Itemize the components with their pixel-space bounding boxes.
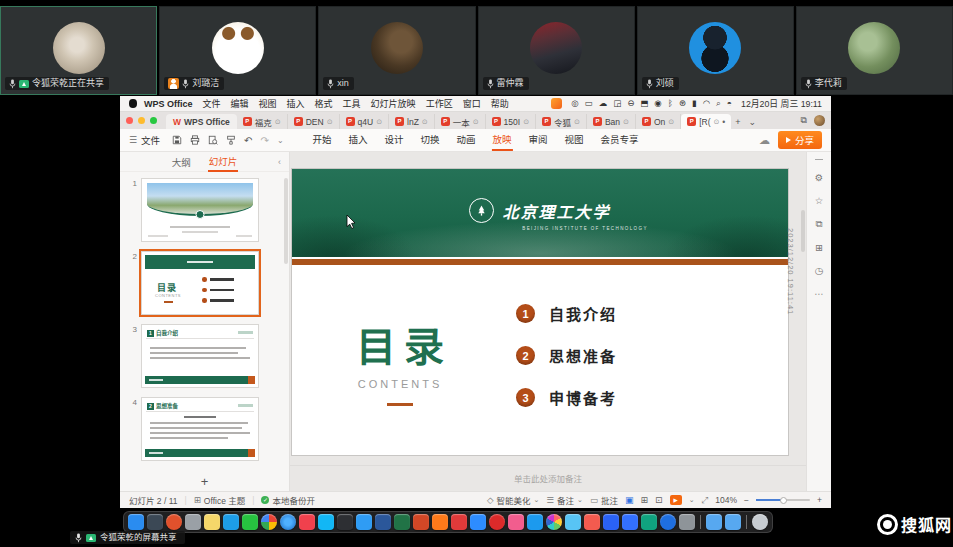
document-tab-福克[interactable]: P福克⊙	[237, 114, 288, 129]
print-icon[interactable]	[190, 135, 200, 145]
dock-app-cloud-docs[interactable]	[641, 514, 657, 530]
dock-app-excel[interactable]	[394, 514, 410, 530]
menu-item-插入[interactable]: 插入	[282, 97, 310, 110]
document-tab-On[interactable]: POn⊙	[636, 114, 681, 129]
display-icon[interactable]: ▭	[585, 98, 593, 109]
dock-app-calendar[interactable]	[584, 514, 600, 530]
menu-item-文件[interactable]: 文件	[198, 97, 226, 110]
document-tab-一本[interactable]: P一本⊙	[435, 114, 486, 129]
edit-panel-icon[interactable]: ⊞	[815, 242, 823, 253]
fit-window-icon[interactable]: ⤢	[702, 495, 709, 506]
thumbnail-toc-slide[interactable]: 目录 CONTENTS	[141, 251, 259, 315]
apple-menu-icon[interactable]	[129, 99, 137, 108]
new-tab-button[interactable]: +	[731, 117, 744, 127]
print-preview-icon[interactable]	[208, 135, 218, 145]
participant-tile-sharer[interactable]: 令狐荣乾正在共享	[0, 6, 157, 95]
save-icon[interactable]	[172, 135, 182, 145]
tab-slides[interactable]: 幻灯片	[208, 152, 239, 172]
dock-app-folder-projects[interactable]	[706, 514, 722, 530]
dock-app-qq[interactable]	[318, 514, 334, 530]
dock-app-bilibili[interactable]	[508, 514, 524, 530]
dock-app-notes[interactable]	[204, 514, 220, 530]
menubar-app-name[interactable]: WPS Office	[144, 99, 193, 109]
sidebar-handle[interactable]	[815, 159, 823, 160]
notes-placeholder[interactable]: 单击此处添加备注	[290, 472, 806, 484]
ribbon-tab-视图[interactable]: 视图	[564, 129, 585, 151]
participant-tile[interactable]: 雷仲霖	[478, 6, 635, 95]
more-icon[interactable]: ⋯	[814, 288, 824, 299]
screenshot-icon[interactable]: ⬒	[640, 98, 648, 109]
menu-item-编辑[interactable]: 编辑	[226, 97, 254, 110]
beautify-button[interactable]: ◇ 智能美化 ⌄	[487, 494, 539, 506]
dock-app-chrome[interactable]	[261, 514, 277, 530]
file-menu-button[interactable]: ☰ 文件	[129, 133, 160, 147]
compass-icon[interactable]: ⊛	[679, 98, 686, 109]
ribbon-tab-切换[interactable]: 切换	[419, 129, 440, 151]
dock-app-photos[interactable]	[546, 514, 562, 530]
play-options-caret-icon[interactable]: ⌄	[689, 496, 695, 504]
dock-app-netease-music[interactable]	[489, 514, 505, 530]
zoom-slider[interactable]	[756, 499, 810, 501]
ribbon-tab-插入[interactable]: 插入	[347, 129, 368, 151]
wifi-icon[interactable]: ◠	[703, 98, 710, 109]
reading-view-icon[interactable]: ⊡	[655, 495, 663, 505]
slide-thumbnail-3[interactable]: 3 1 自我介绍	[124, 324, 289, 388]
participant-tile[interactable]: xin	[318, 6, 475, 95]
dock-app-feishu[interactable]	[622, 514, 638, 530]
document-tab-DEN[interactable]: PDEN⊙	[288, 114, 340, 129]
dock-app-music[interactable]	[299, 514, 315, 530]
zoom-in-button[interactable]: +	[817, 495, 822, 505]
document-tab-[R([interactable]: P[R(⊙•	[681, 114, 731, 129]
collapse-panel-icon[interactable]: ‹	[278, 157, 281, 167]
slide-thumbnail-1[interactable]: 1	[124, 178, 289, 242]
normal-view-icon[interactable]: ▣	[625, 495, 634, 505]
minimize-window-button[interactable]	[138, 117, 145, 124]
dock-app-wechat[interactable]	[242, 514, 258, 530]
theme-button[interactable]: ⊞ Office 主题	[194, 494, 246, 506]
dock-app-dingtalk[interactable]	[527, 514, 543, 530]
comments-button[interactable]: ▭ 批注	[590, 494, 618, 506]
menu-item-工具[interactable]: 工具	[338, 97, 366, 110]
dock-app-help[interactable]	[679, 514, 695, 530]
ribbon-tab-设计[interactable]: 设计	[383, 129, 404, 151]
menu-item-工作区[interactable]: 工作区	[421, 97, 458, 110]
ribbon-tab-动画[interactable]: 动画	[455, 129, 476, 151]
share-button[interactable]: 分享	[778, 131, 822, 149]
menu-item-窗口[interactable]: 窗口	[458, 97, 486, 110]
slide-thumbnail-2-selected[interactable]: 2 目录 CONTENTS	[124, 251, 289, 315]
zoom-window-button[interactable]	[150, 117, 157, 124]
ribbon-tab-会员专享[interactable]: 会员专享	[600, 129, 640, 151]
dock-app-finder[interactable]	[128, 514, 144, 530]
dock-app-terminal[interactable]	[337, 514, 353, 530]
dock-app-folder-downloads[interactable]	[725, 514, 741, 530]
dock-app-app-store[interactable]	[660, 514, 676, 530]
record-icon[interactable]: ◉	[654, 98, 661, 109]
dock-app-baidu-pan[interactable]	[603, 514, 619, 530]
dock-app-powerpoint[interactable]	[413, 514, 429, 530]
close-window-button[interactable]	[126, 117, 133, 124]
document-tab-lnZ[interactable]: PlnZ⊙	[389, 114, 435, 129]
cloud-icon[interactable]: ☁	[599, 98, 608, 109]
dock-app-safari[interactable]	[280, 514, 296, 530]
menu-item-格式[interactable]: 格式	[310, 97, 338, 110]
thumbnail-content-slide[interactable]: 1 自我介绍	[141, 324, 259, 388]
history-icon[interactable]: ◷	[815, 265, 823, 276]
dock-app-pdf[interactable]	[451, 514, 467, 530]
zoom-out-button[interactable]: −	[744, 495, 749, 505]
dock-app-mail[interactable]	[223, 514, 239, 530]
undo-icon[interactable]: ↶	[244, 135, 252, 146]
participant-tile[interactable]: 刘硕	[637, 6, 794, 95]
document-tab-令狐[interactable]: P令狐⊙	[536, 114, 587, 129]
screen-mirror-icon[interactable]: ◲	[613, 98, 621, 109]
slideshow-play-button[interactable]: ▶	[670, 495, 682, 505]
control-center-icon[interactable]: ◓	[727, 98, 732, 109]
thumbnail-content-slide[interactable]: 2 思想准备	[141, 397, 259, 461]
more-caret-icon[interactable]: ⌄	[277, 136, 284, 145]
cloud-sync-icon[interactable]: ☁	[759, 134, 770, 147]
format-settings-icon[interactable]: ⚙	[815, 172, 824, 183]
ribbon-tab-放映[interactable]: 放映	[492, 129, 513, 151]
dock-app-preview[interactable]	[565, 514, 581, 530]
dock-app-wps[interactable]	[432, 514, 448, 530]
star-icon[interactable]: ☆	[815, 195, 824, 206]
menubar-clock[interactable]: 12月20日 周三 19:11	[741, 97, 822, 110]
